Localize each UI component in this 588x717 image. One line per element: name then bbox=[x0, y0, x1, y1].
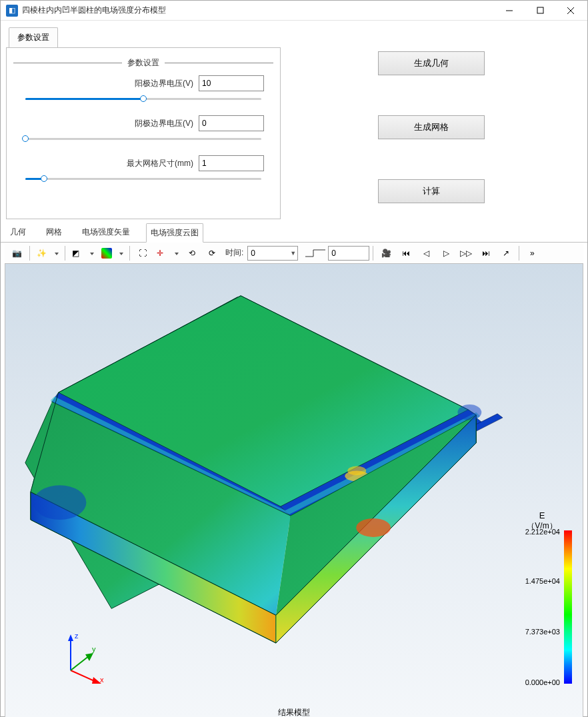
tab-field-contour[interactable]: 电场强度云图 bbox=[146, 223, 203, 243]
legend-tick-2: 1.475e+04 bbox=[525, 577, 560, 585]
svg-line-48 bbox=[71, 656, 89, 670]
rotate-cw-icon: ⟳ bbox=[209, 249, 215, 258]
legend-title: E bbox=[505, 510, 579, 520]
axis-x-label: x bbox=[100, 676, 104, 684]
window-buttons bbox=[494, 1, 586, 21]
export-button[interactable]: ↗ bbox=[497, 245, 515, 262]
calculate-button[interactable]: 计算 bbox=[378, 179, 485, 203]
screenshot-button[interactable]: 📷 bbox=[7, 245, 26, 262]
legend-line bbox=[13, 63, 122, 63]
legend-tick-max: 2.212e+04 bbox=[525, 528, 560, 536]
mesh-slider[interactable] bbox=[25, 174, 261, 183]
title-bar: ◧ 四棱柱内内凹半圆柱的电场强度分布模型 bbox=[1, 1, 587, 21]
viewer-toolbar: 📷 ✨ ◩ ⛶ ✛ ⟲ ⟳ 时间: ▼ 🎥 ⏮ ◁ ▷ ▷▷ ⏭ ↗ » bbox=[5, 243, 583, 264]
maximize-icon bbox=[537, 7, 544, 14]
close-button[interactable] bbox=[555, 1, 586, 21]
rotate-cw-button[interactable]: ⟳ bbox=[203, 245, 221, 262]
play-button[interactable]: ▷ bbox=[437, 245, 455, 262]
viewer-footer-label: 结果模型 bbox=[5, 707, 583, 717]
dropdown-icon: ▼ bbox=[290, 250, 296, 257]
cube-icon bbox=[101, 248, 112, 259]
app-window: ◧ 四棱柱内内凹半圆柱的电场强度分布模型 参数设置 参数设置 bbox=[0, 0, 588, 717]
chevron-down-icon bbox=[175, 253, 179, 255]
legend-tick-1: 7.373e+03 bbox=[525, 628, 560, 636]
minimize-icon bbox=[505, 7, 513, 15]
tab-field-vector[interactable]: 电场强度矢量 bbox=[78, 223, 134, 242]
next-icon: ▷▷ bbox=[460, 249, 472, 258]
window-title: 四棱柱内内凹半圆柱的电场强度分布模型 bbox=[22, 5, 494, 16]
close-icon bbox=[567, 7, 575, 15]
settings-area: 参数设置 参数设置 阳极边界电压(V) 阴极边界电压(V) bbox=[1, 21, 587, 219]
cathode-row: 阴极边界电压(V) bbox=[13, 115, 273, 131]
tab-mesh[interactable]: 网格 bbox=[42, 223, 66, 242]
cathode-slider[interactable] bbox=[25, 134, 261, 143]
more-button[interactable]: » bbox=[523, 245, 541, 262]
chevron-down-icon bbox=[90, 253, 94, 255]
anode-slider[interactable] bbox=[25, 94, 261, 103]
viewer-3d[interactable]: E （V/m） 2.212e+04 1.475e+04 7.373e+03 0.… bbox=[5, 264, 583, 717]
tab-param-settings[interactable]: 参数设置 bbox=[9, 27, 58, 47]
step-shape-icon bbox=[304, 247, 327, 259]
next-frame-button[interactable]: ▷▷ bbox=[457, 245, 475, 262]
chevron-down-icon bbox=[119, 253, 123, 255]
cutplane-icon: ◩ bbox=[72, 249, 79, 258]
record-button[interactable]: 🎥 bbox=[377, 245, 395, 262]
legend-tick-min: 0.000e+00 bbox=[525, 678, 560, 686]
minimize-button[interactable] bbox=[494, 1, 525, 21]
time-step-input[interactable] bbox=[328, 246, 369, 261]
axis-z-label: z bbox=[75, 632, 79, 640]
highlight-button[interactable]: ✨ bbox=[33, 245, 61, 262]
view-tabbar: 几何 网格 电场强度矢量 电场强度云图 bbox=[1, 219, 587, 243]
axes-icon: ✛ bbox=[157, 249, 163, 258]
rotate-ccw-button[interactable]: ⟲ bbox=[183, 245, 201, 262]
color-legend: E （V/m） 2.212e+04 1.475e+04 7.373e+03 0.… bbox=[505, 510, 579, 690]
skip-start-icon: ⏮ bbox=[402, 249, 410, 258]
camera-icon: 📷 bbox=[12, 249, 22, 258]
mesh-row: 最大网格尺寸(mm) bbox=[13, 155, 273, 171]
svg-point-41 bbox=[33, 485, 87, 520]
tab-geometry[interactable]: 几何 bbox=[6, 223, 30, 242]
anode-input[interactable] bbox=[199, 75, 264, 91]
cathode-input[interactable] bbox=[199, 115, 264, 131]
anode-label: 阳极边界电压(V) bbox=[23, 78, 199, 89]
svg-marker-49 bbox=[85, 653, 93, 661]
param-panel: 参数设置 阳极边界电压(V) 阴极边界电压(V) bbox=[6, 47, 281, 219]
video-icon: 🎥 bbox=[381, 249, 391, 258]
param-legend-row: 参数设置 bbox=[13, 57, 273, 69]
settings-row: 参数设置 阳极边界电压(V) 阴极边界电压(V) bbox=[6, 47, 582, 219]
svg-marker-45 bbox=[68, 634, 73, 641]
maximize-button[interactable] bbox=[525, 1, 555, 21]
first-frame-button[interactable]: ⏮ bbox=[397, 245, 415, 262]
mesh-input[interactable] bbox=[199, 155, 264, 171]
anode-row: 阳极边界电压(V) bbox=[13, 75, 273, 91]
chevron-right-icon: » bbox=[530, 249, 535, 258]
cathode-label: 阴极边界电压(V) bbox=[23, 118, 199, 129]
fit-icon: ⛶ bbox=[139, 249, 147, 258]
legend-gradient bbox=[564, 530, 572, 684]
mesh-label: 最大网格尺寸(mm) bbox=[23, 158, 199, 169]
fit-view-button[interactable]: ⛶ bbox=[133, 245, 152, 262]
svg-point-43 bbox=[356, 518, 391, 537]
rotate-ccw-icon: ⟲ bbox=[189, 249, 195, 258]
spark-icon: ✨ bbox=[37, 249, 47, 258]
play-icon: ▷ bbox=[443, 249, 449, 258]
palette-button[interactable] bbox=[98, 245, 126, 262]
top-tabbar: 参数设置 bbox=[6, 27, 582, 47]
generate-mesh-button[interactable]: 生成网格 bbox=[378, 115, 485, 139]
generate-geometry-button[interactable]: 生成几何 bbox=[378, 51, 485, 75]
param-legend: 参数设置 bbox=[122, 57, 165, 69]
axes-button[interactable]: ✛ bbox=[153, 245, 181, 262]
legend-line bbox=[165, 63, 273, 63]
app-icon: ◧ bbox=[6, 5, 18, 17]
last-frame-button[interactable]: ⏭ bbox=[477, 245, 495, 262]
svg-point-23 bbox=[347, 466, 366, 475]
prev-frame-button[interactable]: ◁ bbox=[417, 245, 435, 262]
export-icon: ↗ bbox=[503, 249, 509, 258]
section-button[interactable]: ◩ bbox=[69, 245, 97, 262]
prev-icon: ◁ bbox=[423, 249, 429, 258]
svg-rect-1 bbox=[537, 7, 543, 13]
time-label: 时间: bbox=[225, 247, 243, 259]
svg-point-42 bbox=[457, 404, 481, 420]
axes-triad: z y x bbox=[57, 630, 111, 684]
chevron-down-icon bbox=[55, 253, 59, 255]
